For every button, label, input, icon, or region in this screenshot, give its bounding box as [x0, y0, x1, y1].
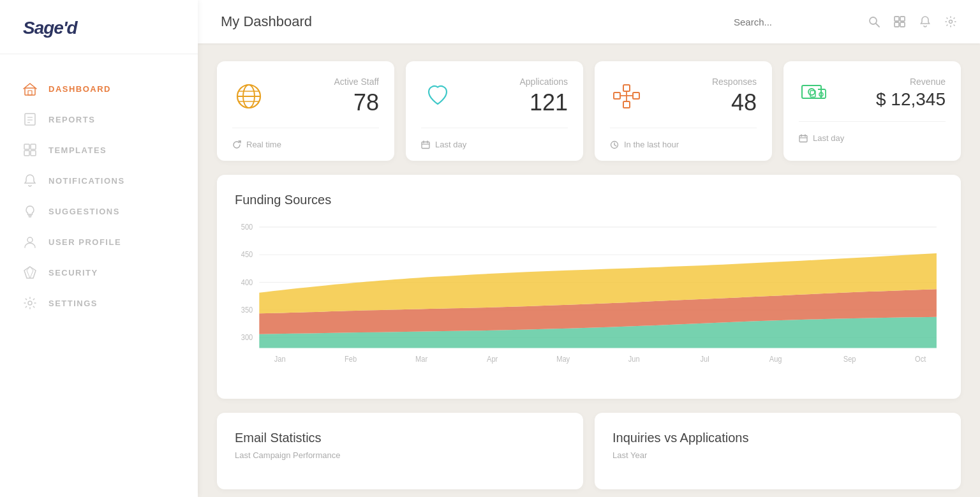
sidebar-item-user-profile[interactable]: USER PROFILE — [0, 226, 198, 257]
clock-icon — [610, 140, 619, 149]
revenue-value: $ 12,345 — [845, 89, 946, 110]
inquiries-vs-applications-card: Inquiries vs Applications Last Year — [595, 413, 961, 489]
stat-card-active-staff: Active Staff 78 Real time — [217, 61, 394, 161]
svg-point-42 — [808, 89, 815, 95]
refresh-icon — [232, 140, 241, 149]
active-staff-footer: Real time — [246, 140, 281, 149]
svg-point-22 — [949, 20, 953, 24]
funding-sources-chart: Funding Sources 500 450 400 350 300 — [217, 175, 961, 399]
svg-marker-13 — [24, 267, 36, 278]
bottom-cards: Email Statistics Last Campaign Performan… — [217, 413, 961, 489]
svg-text:500: 500 — [241, 223, 253, 231]
gear-icon — [23, 296, 37, 310]
stat-card-revenue: Revenue $ 12,345 Last day — [783, 61, 961, 161]
search-input[interactable] — [734, 17, 861, 27]
svg-text:Jun: Jun — [628, 355, 640, 363]
email-statistics-title: Email Statistics — [235, 431, 565, 445]
notification-bell-icon[interactable] — [919, 15, 932, 28]
bell-icon — [23, 174, 37, 188]
sidebar-item-notifications[interactable]: NOTIFICATIONS — [0, 165, 198, 196]
svg-rect-34 — [623, 101, 630, 108]
svg-text:Aug: Aug — [769, 355, 782, 363]
sidebar-item-reports[interactable]: REPORTS — [0, 104, 198, 135]
stat-card-responses: Responses 48 In the last hour — [595, 61, 772, 161]
search-icon[interactable] — [868, 15, 880, 28]
svg-rect-45 — [799, 135, 807, 142]
sidebar-item-templates[interactable]: TEMPLATES — [0, 135, 198, 165]
svg-line-40 — [614, 145, 616, 146]
svg-text:450: 450 — [241, 251, 253, 258]
inquiries-title: Inquiries vs Applications — [612, 431, 943, 445]
chart-title: Funding Sources — [235, 193, 943, 207]
responses-footer: In the last hour — [624, 140, 679, 149]
chart-container: 500 450 400 350 300 — [235, 220, 943, 386]
svg-rect-18 — [895, 17, 899, 21]
svg-point-12 — [27, 237, 33, 242]
svg-text:350: 350 — [241, 306, 253, 314]
user-icon — [23, 235, 37, 249]
revenue-footer: Last day — [813, 133, 844, 143]
email-statistics-card: Email Statistics Last Campaign Performan… — [217, 413, 583, 489]
globe-icon — [232, 80, 265, 113]
email-statistics-subtitle: Last Campaign Performance — [235, 450, 565, 460]
responses-label: Responses — [656, 77, 757, 87]
svg-rect-33 — [633, 93, 639, 99]
svg-rect-19 — [900, 17, 905, 21]
active-staff-label: Active Staff — [278, 77, 379, 87]
revenue-label: Revenue — [845, 77, 946, 87]
sidebar-item-label: TEMPLATES — [48, 145, 107, 155]
svg-rect-2 — [25, 114, 35, 125]
svg-rect-21 — [900, 22, 905, 27]
svg-line-17 — [876, 24, 879, 27]
applications-footer: Last day — [435, 140, 466, 149]
sidebar-item-label: SUGGESTIONS — [48, 207, 120, 216]
app-logo: Sage'd — [0, 0, 198, 54]
sidebar-item-settings[interactable]: SETTINGS — [0, 288, 198, 318]
svg-rect-20 — [895, 22, 899, 27]
templates-icon — [23, 143, 37, 157]
sidebar-item-suggestions[interactable]: SUGGESTIONS — [0, 196, 198, 226]
svg-text:Feb: Feb — [345, 355, 357, 363]
diamond-icon — [23, 265, 37, 279]
sidebar-item-label: REPORTS — [48, 115, 95, 124]
applications-value: 121 — [467, 89, 568, 116]
responses-value: 48 — [656, 89, 757, 116]
lightbulb-icon — [23, 204, 37, 218]
chart-svg: 500 450 400 350 300 — [235, 220, 943, 386]
svg-text:Jul: Jul — [701, 355, 709, 363]
svg-text:Sep: Sep — [843, 355, 856, 363]
stat-cards: Active Staff 78 Real time — [217, 61, 961, 161]
svg-rect-8 — [24, 151, 29, 156]
svg-text:Jan: Jan — [274, 355, 286, 363]
stat-card-applications: Applications 121 Last day — [406, 61, 583, 161]
sidebar-item-label: SECURITY — [48, 268, 98, 278]
calendar-icon — [421, 140, 430, 149]
active-staff-value: 78 — [278, 89, 379, 116]
svg-rect-35 — [623, 85, 630, 91]
header: My Dashboard — [198, 0, 980, 43]
svg-rect-1 — [28, 91, 32, 95]
sidebar-item-label: SETTINGS — [48, 299, 98, 308]
sidebar-item-dashboard[interactable]: DASHBOARD — [0, 73, 198, 104]
main-content: Active Staff 78 Real time — [198, 43, 980, 497]
sidebar-nav: DASHBOARD REPORTS — [0, 54, 198, 338]
header-settings-icon[interactable] — [944, 15, 957, 28]
money-icon — [799, 77, 832, 110]
svg-rect-9 — [31, 151, 36, 156]
svg-rect-0 — [25, 88, 35, 95]
grid-icon[interactable] — [893, 15, 906, 28]
building-icon — [23, 82, 37, 96]
page-title: My Dashboard — [221, 13, 312, 30]
calendar-icon-revenue — [799, 134, 808, 143]
reports-icon — [23, 112, 37, 126]
svg-rect-41 — [802, 85, 821, 98]
svg-point-16 — [870, 17, 877, 24]
search-box — [734, 15, 880, 28]
inquiries-subtitle: Last Year — [612, 450, 943, 460]
svg-rect-32 — [614, 93, 620, 99]
sidebar-item-security[interactable]: SECURITY — [0, 257, 198, 288]
applications-label: Applications — [467, 77, 568, 87]
svg-rect-28 — [422, 142, 429, 148]
heart-icon — [421, 80, 454, 113]
nodes-icon — [610, 80, 643, 113]
